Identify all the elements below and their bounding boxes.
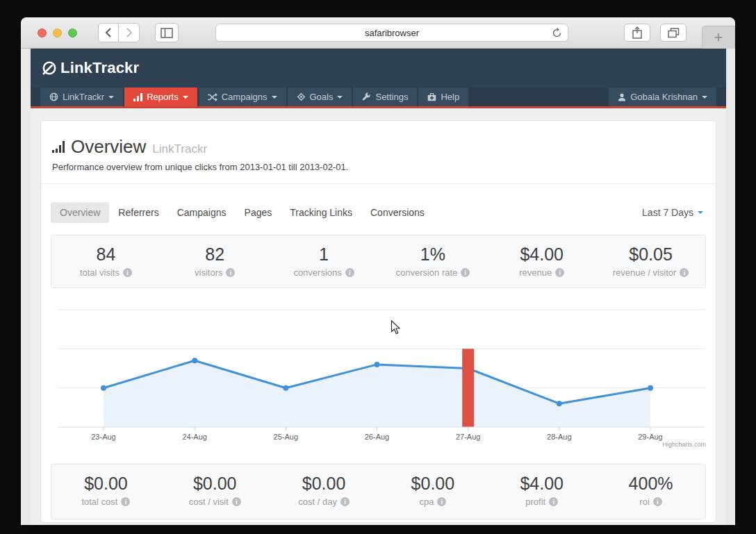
- nav-item-settings[interactable]: Settings: [353, 87, 417, 106]
- info-icon[interactable]: [226, 268, 235, 277]
- close-window-button[interactable]: [38, 28, 47, 37]
- stat-label: revenue / visitor: [613, 267, 677, 278]
- tab-pages[interactable]: Pages: [236, 202, 281, 223]
- chart-credit[interactable]: Highcharts.com: [662, 441, 706, 448]
- stats-panel-bottom: $0.00 total cost $0.00 cost / visit $0.0…: [51, 464, 706, 519]
- zoom-window-button[interactable]: [68, 28, 77, 37]
- back-button[interactable]: [98, 23, 119, 42]
- tab-overview[interactable]: Overview: [51, 202, 109, 223]
- signal-bars-icon: [52, 141, 65, 153]
- share-button[interactable]: [624, 24, 650, 42]
- info-icon[interactable]: [123, 268, 132, 277]
- stat-value: $0.05: [596, 244, 705, 265]
- stat-value: 1%: [378, 244, 487, 265]
- page-subtitle: Performance overview from unique clicks …: [52, 162, 705, 172]
- app-logo[interactable]: LinkTrackr: [40, 59, 139, 77]
- medkit-icon: [427, 93, 436, 101]
- axis-label: 23-Aug: [91, 433, 115, 441]
- stat-conversions: 1 conversions: [270, 235, 379, 287]
- tab-conversions[interactable]: Conversions: [361, 202, 434, 223]
- stat-visitors: 82 visitors: [161, 235, 270, 287]
- caret-down-icon: [108, 96, 114, 101]
- info-icon[interactable]: [121, 497, 130, 506]
- card-header: Overview LinkTrackr Performance overview…: [41, 121, 716, 184]
- nav-item-user-menu[interactable]: Gobala Krishnan: [609, 87, 716, 106]
- sidebar-icon: [161, 28, 173, 38]
- stat-cpa: $0.00 cpa: [378, 465, 487, 519]
- chart-point[interactable]: [101, 385, 106, 391]
- nav-item-reports[interactable]: Reports: [124, 87, 197, 106]
- annotation-bar[interactable]: [462, 349, 474, 427]
- info-icon[interactable]: [653, 497, 662, 506]
- reload-button[interactable]: [551, 27, 563, 39]
- info-icon[interactable]: [340, 497, 350, 506]
- bar-chart-icon: [133, 93, 142, 101]
- nav-label: Reports: [147, 92, 179, 102]
- clicks-chart-svg: 23-Aug24-Aug25-Aug26-Aug27-Aug28-Aug29-A…: [51, 297, 707, 460]
- minimize-window-button[interactable]: [53, 28, 62, 37]
- caret-down-icon: [183, 96, 188, 101]
- stat-value: 1: [270, 244, 379, 265]
- chart-point[interactable]: [283, 385, 288, 391]
- info-icon[interactable]: [549, 497, 558, 506]
- browser-toolbar: +: [21, 17, 735, 49]
- browser-viewport: LinkTrackr LinkTrackr: [21, 49, 735, 525]
- stat-label: conversions: [293, 267, 341, 278]
- traffic-lights: [21, 28, 90, 37]
- info-icon[interactable]: [437, 497, 446, 506]
- chevron-right-icon: [126, 28, 133, 37]
- share-icon: [632, 26, 642, 39]
- forward-button[interactable]: [119, 23, 140, 42]
- address-bar[interactable]: [215, 24, 568, 42]
- url-input[interactable]: [216, 24, 568, 41]
- stat-value: 400%: [596, 474, 705, 494]
- linktrackr-logo-icon: [40, 60, 58, 77]
- date-range-selector[interactable]: Last 7 Days: [642, 207, 703, 218]
- nav-label: Settings: [375, 92, 408, 102]
- overview-card: Overview LinkTrackr Performance overview…: [40, 120, 716, 523]
- nav-item-linktrackr[interactable]: LinkTrackr: [40, 87, 123, 106]
- show-tabs-button[interactable]: [660, 24, 687, 42]
- nav-label: LinkTrackr: [63, 92, 104, 102]
- info-icon[interactable]: [345, 268, 354, 277]
- tabs-icon: [668, 28, 680, 38]
- reload-icon: [551, 27, 563, 39]
- axis-label: 26-Aug: [365, 433, 389, 441]
- mouse-cursor: [391, 320, 401, 335]
- stat-conversion-rate: 1% conversion rate: [378, 235, 487, 287]
- tab-campaigns[interactable]: Campaigns: [168, 202, 236, 223]
- axis-label: 24-Aug: [182, 433, 206, 441]
- info-icon[interactable]: [232, 497, 241, 506]
- stat-total-visits: 84 total visits: [51, 235, 161, 287]
- tab-tracking-links[interactable]: Tracking Links: [281, 202, 361, 223]
- main-navigation: LinkTrackr Reports Campa: [31, 87, 726, 108]
- chart-point[interactable]: [375, 362, 380, 367]
- tab-referrers[interactable]: Referrers: [109, 202, 167, 223]
- stat-revenue-per-visitor: $0.05 revenue / visitor: [596, 235, 705, 287]
- info-icon[interactable]: [461, 268, 470, 277]
- new-tab-button[interactable]: +: [702, 26, 735, 49]
- stat-value: $0.00: [161, 474, 270, 494]
- stat-label: roi: [639, 497, 649, 507]
- stat-label: revenue: [519, 267, 552, 278]
- chart-point[interactable]: [557, 401, 562, 406]
- crosshairs-icon: [297, 92, 306, 101]
- caret-down-icon: [337, 96, 343, 101]
- info-icon[interactable]: [555, 268, 564, 277]
- info-icon[interactable]: [680, 268, 689, 277]
- browser-window: + LinkTrackr: [21, 17, 735, 525]
- stat-roi: 400% roi: [596, 465, 705, 519]
- chevron-left-icon: [105, 28, 112, 37]
- chart-point[interactable]: [192, 358, 197, 363]
- sidebar-toggle-button[interactable]: [155, 23, 179, 42]
- nav-item-campaigns[interactable]: Campaigns: [199, 87, 286, 106]
- stat-cost-per-visit: $0.00 cost / visit: [161, 465, 270, 519]
- user-name: Gobala Krishnan: [630, 92, 698, 102]
- nav-item-help[interactable]: Help: [418, 87, 468, 106]
- caret-down-icon: [272, 96, 277, 101]
- stat-value: 84: [51, 244, 161, 265]
- axis-label: 27-Aug: [456, 433, 480, 441]
- stat-value: $4.00: [487, 244, 596, 265]
- nav-item-goals[interactable]: Goals: [288, 87, 352, 106]
- chart-point[interactable]: [648, 385, 653, 391]
